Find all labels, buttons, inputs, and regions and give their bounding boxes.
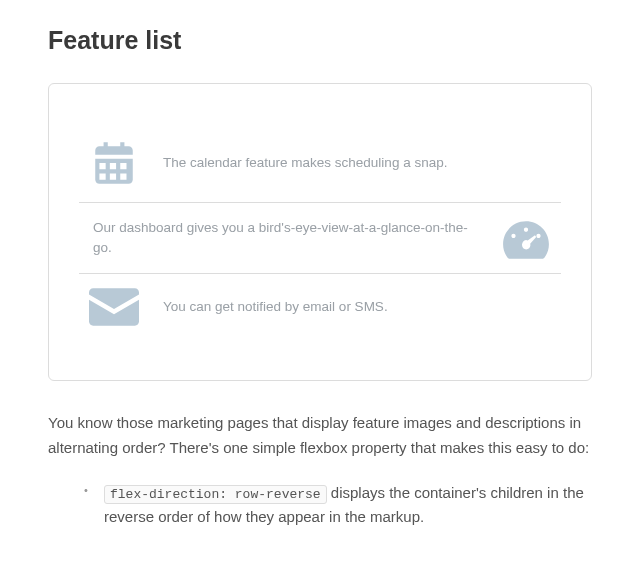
bullet-list: flex-direction: row-reverse displays the…	[48, 481, 592, 531]
feature-row: Our dashboard gives you a bird's-eye-vie…	[79, 203, 561, 274]
feature-text: The calendar feature makes scheduling a …	[149, 153, 561, 173]
feature-row: You can get notified by email or SMS.	[79, 274, 561, 340]
list-item: flex-direction: row-reverse displays the…	[84, 481, 592, 531]
feature-card: The calendar feature makes scheduling a …	[48, 83, 592, 381]
calendar-icon	[79, 138, 149, 188]
page-title: Feature list	[48, 26, 592, 55]
feature-text: You can get notified by email or SMS.	[149, 297, 561, 317]
envelope-icon	[79, 288, 149, 326]
dashboard-icon	[491, 217, 561, 259]
body-paragraph: You know those marketing pages that disp…	[48, 411, 592, 461]
feature-row: The calendar feature makes scheduling a …	[79, 124, 561, 203]
code-snippet: flex-direction: row-reverse	[104, 485, 327, 504]
feature-text: Our dashboard gives you a bird's-eye-vie…	[79, 218, 491, 259]
